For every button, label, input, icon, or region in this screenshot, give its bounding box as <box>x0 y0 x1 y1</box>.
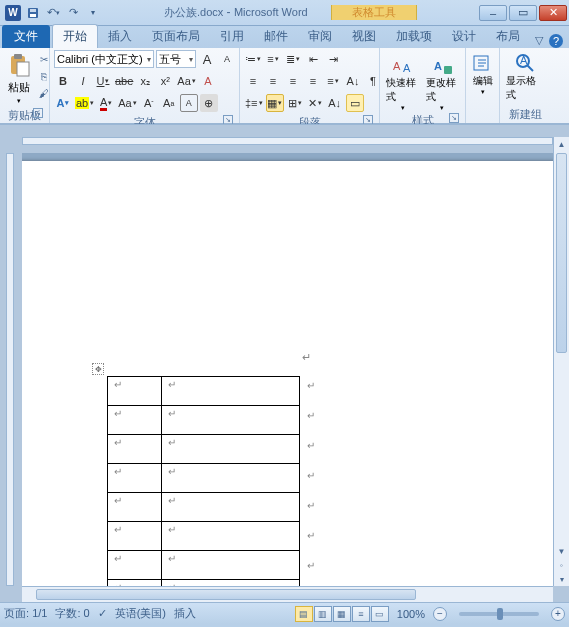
highlight-button[interactable]: ab▾ <box>74 94 95 112</box>
tab-table-layout[interactable]: 布局 <box>486 25 530 48</box>
page-indicator[interactable]: 页面: 1/1 <box>4 606 47 621</box>
spellcheck-icon[interactable]: ✓ <box>98 607 107 620</box>
scroll-up-icon[interactable]: ▲ <box>554 137 569 151</box>
page[interactable]: ↵ ✥ ↵↵↵↵↵↵↵↵↵↵↵↵↵↵↵↵ ↵↵↵↵↵↵↵↵ <box>22 161 553 586</box>
numbering-button[interactable]: ≡▾ <box>264 50 282 68</box>
quick-styles-button[interactable]: AA 快速样式▾ <box>384 50 422 112</box>
tab-page-layout[interactable]: 页面布局 <box>142 25 210 48</box>
select-objects-button[interactable]: ▭ <box>346 94 364 112</box>
align-center-button[interactable]: ≡ <box>264 72 282 90</box>
subscript-button[interactable]: x₂ <box>136 72 154 90</box>
reveal-format-button[interactable]: A 显示格式 <box>504 50 546 102</box>
scroll-down-icon[interactable]: ▼ <box>554 544 569 558</box>
zoom-level[interactable]: 100% <box>397 608 425 620</box>
insert-mode[interactable]: 插入 <box>174 606 196 621</box>
horizontal-scrollbar[interactable] <box>22 586 553 602</box>
char-shading-button[interactable]: ⊕ <box>200 94 218 112</box>
ribbon-minimize-icon[interactable]: ▽ <box>535 34 543 48</box>
snap-button[interactable]: ✕▾ <box>306 94 324 112</box>
table-cell[interactable]: ↵ <box>108 493 162 522</box>
table-cell[interactable]: ↵ <box>108 522 162 551</box>
table-row[interactable]: ↵↵ <box>108 435 300 464</box>
table-cell[interactable]: ↵ <box>108 406 162 435</box>
sort-button[interactable]: A↓ <box>344 72 362 90</box>
enclose-button[interactable]: Aˇ <box>140 94 158 112</box>
word-app-icon[interactable]: W <box>4 4 22 22</box>
clear-format-button[interactable]: A <box>199 72 217 90</box>
bullets-button[interactable]: ≔▾ <box>244 50 262 68</box>
zoom-out-button[interactable]: − <box>433 607 447 621</box>
change-styles-button[interactable]: A 更改样式▾ <box>424 50 462 112</box>
change-case-button[interactable]: Aa▾ <box>176 72 196 90</box>
vertical-ruler[interactable] <box>6 153 14 586</box>
tab-review[interactable]: 审阅 <box>298 25 342 48</box>
decrease-indent-button[interactable]: ⇤ <box>304 50 322 68</box>
paste-button[interactable]: 粘贴 ▾ <box>4 50 34 107</box>
redo-icon[interactable]: ↷ <box>64 4 82 22</box>
tab-view[interactable]: 视图 <box>342 25 386 48</box>
table-cell[interactable]: ↵ <box>108 551 162 580</box>
distribute-button[interactable]: ≡▾ <box>324 72 342 90</box>
tab-mailings[interactable]: 邮件 <box>254 25 298 48</box>
tab-insert[interactable]: 插入 <box>98 25 142 48</box>
justify-button[interactable]: ≡ <box>304 72 322 90</box>
table-row[interactable]: ↵↵ <box>108 464 300 493</box>
print-layout-view-icon[interactable]: ▤ <box>295 606 313 622</box>
vscroll-thumb[interactable] <box>556 153 567 353</box>
table-row[interactable]: ↵↵ <box>108 493 300 522</box>
tab-addins[interactable]: 加载项 <box>386 25 442 48</box>
help-icon[interactable]: ? <box>549 34 563 48</box>
shading-button[interactable]: ▦▾ <box>266 94 284 112</box>
table-cell[interactable]: ↵ <box>162 551 300 580</box>
font-color-button[interactable]: A▾ <box>97 94 115 112</box>
strike-button[interactable]: abe <box>114 72 134 90</box>
align-left-button[interactable]: ≡ <box>244 72 262 90</box>
char-scale-button[interactable]: Aa▾ <box>117 94 137 112</box>
draft-view-icon[interactable]: ▭ <box>371 606 389 622</box>
table-cell[interactable]: ↵ <box>162 493 300 522</box>
table-cell[interactable]: ↵ <box>162 522 300 551</box>
table-cell[interactable]: ↵ <box>162 464 300 493</box>
web-view-icon[interactable]: ▦ <box>333 606 351 622</box>
borders-button[interactable]: ⊞▾ <box>286 94 304 112</box>
table-cell[interactable]: ↵ <box>162 406 300 435</box>
grow-font-icon[interactable]: A <box>198 50 216 68</box>
table-row[interactable]: ↵↵ <box>108 522 300 551</box>
superscript-button[interactable]: x² <box>156 72 174 90</box>
maximize-button[interactable]: ▭ <box>509 5 537 21</box>
qat-customize-icon[interactable]: ▾ <box>84 4 102 22</box>
font-name-combo[interactable]: Calibri (中文正文)▾ <box>54 50 154 68</box>
multilevel-button[interactable]: ≣▾ <box>284 50 302 68</box>
close-button[interactable]: ✕ <box>539 5 567 21</box>
undo-icon[interactable]: ↶▾ <box>44 4 62 22</box>
zoom-slider[interactable] <box>459 612 539 616</box>
fullscreen-view-icon[interactable]: ▥ <box>314 606 332 622</box>
char-border-button[interactable]: A <box>180 94 198 112</box>
outline-view-icon[interactable]: ≡ <box>352 606 370 622</box>
table-cell[interactable]: ↵ <box>162 377 300 406</box>
horizontal-ruler[interactable] <box>22 137 553 145</box>
zoom-in-button[interactable]: + <box>551 607 565 621</box>
table-cell[interactable]: ↵ <box>108 377 162 406</box>
document-table[interactable]: ↵↵↵↵↵↵↵↵↵↵↵↵↵↵↵↵ <box>107 376 300 586</box>
next-page-icon[interactable]: ▾ <box>554 572 569 586</box>
editing-button[interactable]: 编辑▾ <box>470 50 496 96</box>
table-cell[interactable]: ↵ <box>108 464 162 493</box>
zoom-slider-thumb[interactable] <box>497 608 503 620</box>
italic-button[interactable]: I <box>74 72 92 90</box>
minimize-button[interactable]: – <box>479 5 507 21</box>
underline-button[interactable]: U▾ <box>94 72 112 90</box>
save-icon[interactable] <box>24 4 42 22</box>
phonetic-button[interactable]: Aa <box>160 94 178 112</box>
clipboard-launcher-icon[interactable]: ↘ <box>33 108 43 118</box>
tab-file[interactable]: 文件 <box>2 25 50 48</box>
table-cell[interactable]: ↵ <box>108 435 162 464</box>
language-indicator[interactable]: 英语(美国) <box>115 606 166 621</box>
font-size-combo[interactable]: 五号▾ <box>156 50 196 68</box>
table-cell[interactable]: ↵ <box>162 435 300 464</box>
text-effects-button[interactable]: A▾ <box>54 94 72 112</box>
styles-launcher-icon[interactable]: ↘ <box>449 113 459 123</box>
bold-button[interactable]: B <box>54 72 72 90</box>
vertical-scrollbar[interactable]: ▲ ▼ ◦ ▾ <box>553 137 569 586</box>
sort2-button[interactable]: A↓ <box>326 94 344 112</box>
